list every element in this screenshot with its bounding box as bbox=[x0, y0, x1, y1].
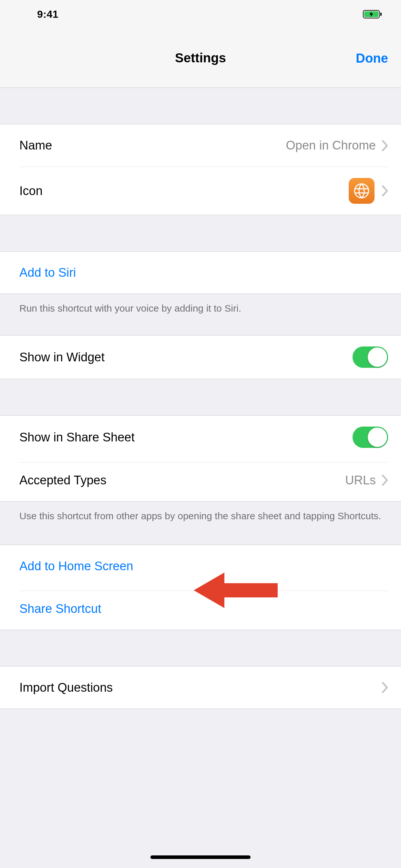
share-sheet-label: Show in Share Sheet bbox=[19, 430, 352, 444]
status-time: 9:41 bbox=[37, 8, 58, 20]
row-share-shortcut[interactable]: Share Shortcut bbox=[0, 587, 401, 630]
row-icon[interactable]: Icon bbox=[0, 166, 401, 215]
battery-indicator bbox=[363, 10, 382, 19]
chevron-right-icon bbox=[382, 682, 388, 693]
row-accepted-types[interactable]: Accepted Types URLs bbox=[0, 459, 401, 501]
accepted-types-value: URLs bbox=[345, 473, 376, 487]
row-show-in-widget: Show in Widget bbox=[0, 335, 401, 379]
done-button[interactable]: Done bbox=[356, 51, 388, 65]
share-sheet-footer: Use this shortcut from other apps by ope… bbox=[0, 501, 401, 523]
icon-label: Icon bbox=[19, 184, 349, 198]
share-shortcut-label: Share Shortcut bbox=[19, 602, 388, 616]
row-add-to-siri[interactable]: Add to Siri bbox=[0, 251, 401, 294]
globe-icon bbox=[353, 182, 370, 199]
shortcut-icon-preview bbox=[349, 178, 374, 204]
name-label: Name bbox=[19, 138, 286, 152]
row-import-questions[interactable]: Import Questions bbox=[0, 666, 401, 709]
import-questions-label: Import Questions bbox=[19, 681, 382, 694]
row-name[interactable]: Name Open in Chrome bbox=[0, 124, 401, 166]
page-title: Settings bbox=[175, 51, 226, 65]
name-value: Open in Chrome bbox=[286, 138, 376, 152]
nav-bar: Settings Done bbox=[0, 28, 401, 88]
status-bar: 9:41 bbox=[0, 0, 401, 28]
share-sheet-toggle[interactable] bbox=[352, 427, 388, 448]
widget-toggle[interactable] bbox=[352, 346, 388, 368]
accepted-types-label: Accepted Types bbox=[19, 473, 345, 487]
chevron-right-icon bbox=[382, 475, 388, 486]
widget-label: Show in Widget bbox=[19, 350, 352, 364]
home-indicator bbox=[150, 856, 251, 859]
svg-point-0 bbox=[354, 184, 368, 197]
add-to-siri-label: Add to Siri bbox=[19, 266, 388, 280]
add-to-home-screen-label: Add to Home Screen bbox=[19, 559, 388, 573]
chevron-right-icon bbox=[382, 185, 388, 196]
row-add-to-home-screen[interactable]: Add to Home Screen bbox=[0, 545, 401, 587]
row-show-in-share-sheet: Show in Share Sheet bbox=[0, 415, 401, 459]
siri-footer: Run this shortcut with your voice by add… bbox=[0, 294, 401, 315]
chevron-right-icon bbox=[382, 140, 388, 151]
